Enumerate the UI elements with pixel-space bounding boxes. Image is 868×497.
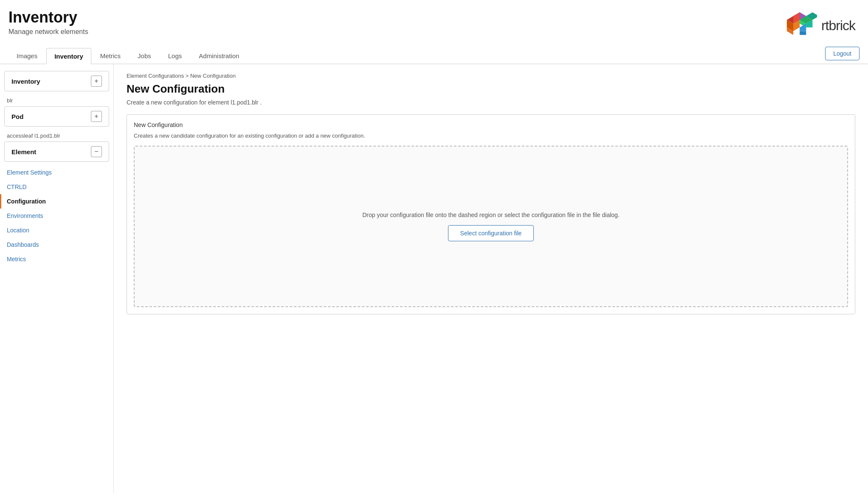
sidebar-item-configuration[interactable]: Configuration bbox=[0, 194, 113, 209]
sidebar-accessleaf-label: accessleaf l1.pod1.blr bbox=[0, 130, 113, 141]
sidebar-item-metrics[interactable]: Metrics bbox=[0, 252, 113, 266]
breadcrumb-link[interactable]: Element Configurations bbox=[127, 73, 184, 79]
config-box-desc: Creates a new candidate configuration fo… bbox=[134, 133, 848, 139]
main-layout: Inventory + blr Pod + accessleaf l1.pod1… bbox=[0, 64, 868, 493]
sidebar: Inventory + blr Pod + accessleaf l1.pod1… bbox=[0, 64, 114, 493]
page-title: New Configuration bbox=[127, 82, 855, 96]
tab-inventory[interactable]: Inventory bbox=[46, 48, 91, 64]
config-box-title: New Configuration bbox=[134, 121, 848, 128]
drop-zone-text: Drop your configuration file onto the da… bbox=[362, 212, 620, 218]
logo-area: rtbrick bbox=[783, 8, 855, 42]
sidebar-pod-header[interactable]: Pod + bbox=[4, 106, 109, 127]
breadcrumb-current: New Configuration bbox=[190, 73, 236, 79]
sidebar-element-section: Element − bbox=[0, 141, 113, 162]
sidebar-pod-section: Pod + bbox=[0, 106, 113, 127]
sidebar-element-label: Element bbox=[11, 148, 36, 155]
sidebar-inventory-section: Inventory + bbox=[0, 71, 113, 91]
sidebar-inventory-add-button[interactable]: + bbox=[91, 76, 102, 87]
tab-logs[interactable]: Logs bbox=[160, 48, 190, 64]
page-main-subtitle: Manage network elements bbox=[8, 28, 88, 36]
tab-images[interactable]: Images bbox=[8, 48, 45, 64]
header: Inventory Manage network elements rtbric… bbox=[0, 0, 868, 47]
sidebar-element-collapse-button[interactable]: − bbox=[91, 146, 102, 157]
tab-administration[interactable]: Administration bbox=[191, 48, 247, 64]
logo-text: rtbrick bbox=[821, 18, 855, 34]
tab-metrics[interactable]: Metrics bbox=[92, 48, 129, 64]
page-main-title: Inventory bbox=[8, 8, 88, 26]
sidebar-inventory-header[interactable]: Inventory + bbox=[4, 71, 109, 91]
breadcrumb-separator: > bbox=[186, 73, 189, 79]
sidebar-element-header[interactable]: Element − bbox=[4, 141, 109, 162]
sidebar-item-ctrld[interactable]: CTRLD bbox=[0, 180, 113, 194]
main-content: Element Configurations > New Configurati… bbox=[114, 64, 868, 493]
sidebar-pod-label: Pod bbox=[11, 113, 23, 120]
tab-jobs[interactable]: Jobs bbox=[130, 48, 159, 64]
sidebar-item-dashboards[interactable]: Dashboards bbox=[0, 237, 113, 252]
sidebar-item-location[interactable]: Location bbox=[0, 223, 113, 237]
tabs-list: Images Inventory Metrics Jobs Logs Admin… bbox=[8, 48, 248, 64]
breadcrumb[interactable]: Element Configurations > New Configurati… bbox=[127, 73, 855, 79]
sidebar-item-environments[interactable]: Environments bbox=[0, 209, 113, 223]
new-configuration-box: New Configuration Creates a new candidat… bbox=[127, 114, 855, 314]
sidebar-blr-label: blr bbox=[0, 95, 113, 106]
header-title-area: Inventory Manage network elements bbox=[8, 8, 88, 36]
sidebar-pod-add-button[interactable]: + bbox=[91, 111, 102, 122]
sidebar-inventory-label: Inventory bbox=[11, 78, 40, 85]
sidebar-item-element-settings[interactable]: Element Settings bbox=[0, 165, 113, 180]
logout-button[interactable]: Logout bbox=[825, 47, 860, 60]
select-configuration-file-button[interactable]: Select configuration file bbox=[448, 225, 534, 241]
logo-icon bbox=[783, 8, 817, 42]
svg-marker-12 bbox=[800, 31, 806, 35]
file-drop-zone[interactable]: Drop your configuration file onto the da… bbox=[134, 146, 848, 307]
nav-tabs: Images Inventory Metrics Jobs Logs Admin… bbox=[0, 47, 868, 64]
page-subtitle: Create a new configuration for element l… bbox=[127, 99, 855, 106]
